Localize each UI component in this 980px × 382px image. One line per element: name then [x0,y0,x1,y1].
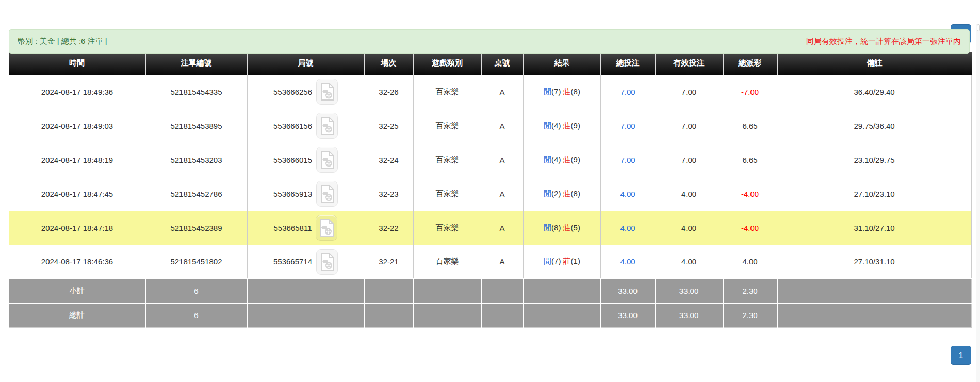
remark-cell: 23.10/29.75 [777,143,972,177]
player-label: 閒 [544,87,551,96]
video-replay-button[interactable] [316,113,338,139]
remark-cell: 29.75/36.40 [777,109,972,143]
col-time: 時間 [9,52,145,75]
session-cell: 32-25 [364,109,414,143]
total-bet-cell: 4.00 [601,177,655,211]
time-cell: 2024-08-17 18:48:19 [9,143,145,177]
page-1-button-bottom[interactable]: 1 [951,346,971,365]
subtotal-label: 小計 [9,279,145,303]
banker-label: 莊 [563,189,571,198]
result-cell: 閒(7) 莊(1) [524,245,601,279]
banker-label: 莊 [563,121,571,130]
round-id-cell: 553665714 [248,245,364,279]
bet-id-cell: 521815451802 [145,245,248,279]
total-bet-cell: 7.00 [601,75,655,109]
col-session: 場次 [364,52,414,75]
banker-score: (5) [571,223,580,232]
col-bet-id: 注單編號 [145,52,248,75]
table-id-cell: A [481,143,524,177]
bet-id-cell: 521815453203 [145,143,248,177]
betting-records-page: 幣別 : 美金 | 總共 :6 注單 | 同局有效投注，統一計算在該局第一張注單… [0,24,980,382]
banker-label: 莊 [563,223,571,232]
header-row: 時間 注單編號 局號 場次 遊戲類別 桌號 結果 總投注 有效投注 總派彩 備註 [9,52,972,75]
video-replay-button[interactable] [316,181,338,207]
table-id-cell: A [481,75,524,109]
player-label: 閒 [544,257,551,265]
session-cell: 32-24 [364,143,414,177]
subtotal-total-bet: 33.00 [601,279,655,303]
payout-cell: 6.65 [723,109,777,143]
remark-cell: 27.10/31.10 [777,245,972,279]
session-cell: 32-21 [364,245,414,279]
total-total-bet: 33.00 [601,303,655,327]
currency-summary-text: 幣別 : 美金 | 總共 :6 注單 | [18,37,107,46]
subtotal-row: 小計 6 33.00 33.00 2.30 [9,279,972,303]
remark-cell: 36.40/29.40 [777,75,972,109]
table-row: 2024-08-17 18:49:36 521815454335 5536662… [9,75,972,109]
result-cell: 閒(4) 莊(9) [524,109,601,143]
result-cell: 閒(4) 莊(9) [524,143,601,177]
video-replay-button[interactable] [316,215,337,241]
round-id-cell: 553665811 [248,211,364,245]
result-cell: 閒(7) 莊(8) [524,75,601,109]
valid-bet-cell: 4.00 [655,211,723,245]
total-bet-link[interactable]: 7.00 [620,156,635,164]
total-bet-link[interactable]: 4.00 [620,257,635,266]
bet-id-cell: 521815454335 [145,75,248,109]
total-row: 總計 6 33.00 33.00 2.30 [9,303,972,327]
remark-cell: 31.10/27.10 [777,211,972,245]
col-total-bet: 總投注 [601,52,655,75]
banker-score: (1) [571,257,580,265]
round-id-text: 553665811 [274,224,312,232]
same-round-note-text: 同局有效投注，統一計算在該局第一張注單內 [806,37,961,46]
col-table: 桌號 [481,52,524,75]
round-id-text: 553666256 [273,88,312,96]
table-row: 2024-08-17 18:47:18 521815452389 5536658… [9,211,972,245]
session-cell: 32-23 [364,177,414,211]
total-bet-cell: 4.00 [601,211,655,245]
player-score: (7) [551,87,561,96]
round-id-text: 553665714 [273,257,312,266]
valid-bet-cell: 4.00 [655,177,723,211]
banker-label: 莊 [563,155,571,164]
bet-id-cell: 521815452389 [145,211,248,245]
player-score: (7) [551,257,561,265]
result-cell: 閒(8) 莊(5) [524,211,601,245]
video-replay-button[interactable] [316,147,338,173]
col-result: 結果 [524,52,601,75]
player-label: 閒 [544,223,551,232]
col-valid-bet: 有效投注 [655,52,723,75]
table-id-cell: A [481,109,524,143]
game-type-cell: 百家樂 [414,143,481,177]
game-type-cell: 百家樂 [414,211,481,245]
session-cell: 32-26 [364,75,414,109]
game-type-cell: 百家樂 [414,109,481,143]
banker-score: (9) [571,121,580,130]
remark-cell: 27.10/23.10 [777,177,972,211]
scrollbar-thumb[interactable] [977,24,980,31]
total-bet-link[interactable]: 4.00 [620,190,635,198]
round-id-text: 553666015 [273,156,312,164]
session-cell: 32-22 [364,211,414,245]
banker-score: (8) [571,189,580,198]
scrollbar[interactable] [976,24,980,382]
pagination-bottom: 1 [9,346,971,365]
banker-score: (8) [571,87,580,96]
total-payout: 2.30 [723,303,777,327]
game-type-cell: 百家樂 [414,245,481,279]
player-score: (2) [551,189,561,198]
player-score: (4) [551,155,561,164]
total-bet-link[interactable]: 7.00 [620,88,635,96]
total-bet-link[interactable]: 4.00 [620,224,635,232]
table-row: 2024-08-17 18:47:45 521815452786 5536659… [9,177,972,211]
game-type-cell: 百家樂 [414,75,481,109]
video-replay-button[interactable] [316,249,338,275]
total-bet-link[interactable]: 7.00 [620,122,635,130]
subtotal-payout: 2.30 [723,279,777,303]
video-replay-button[interactable] [316,79,338,105]
result-cell: 閒(2) 莊(8) [524,177,601,211]
valid-bet-cell: 7.00 [655,75,723,109]
payout-cell: 4.00 [723,245,777,279]
valid-bet-cell: 4.00 [655,245,723,279]
bet-id-cell: 521815453895 [145,109,248,143]
